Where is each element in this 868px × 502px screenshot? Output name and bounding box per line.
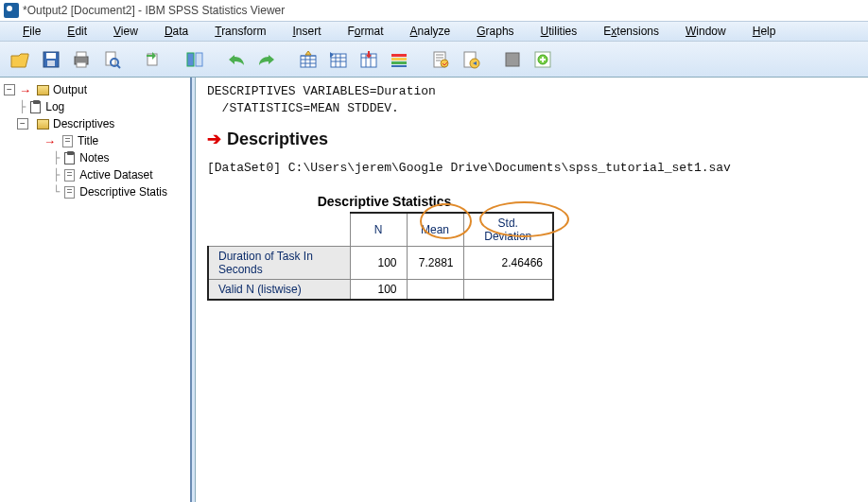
- cell-n: 100: [350, 247, 407, 280]
- col-n: N: [350, 213, 407, 247]
- collapse-icon[interactable]: −: [17, 118, 28, 130]
- print-button[interactable]: [68, 46, 95, 73]
- cell-n: 100: [350, 280, 407, 301]
- variables-button[interactable]: [356, 46, 382, 73]
- book-icon: [36, 83, 49, 96]
- tree-label: Notes: [79, 151, 109, 164]
- col-std: Std. Deviation: [463, 213, 553, 247]
- table-row[interactable]: Valid N (listwise) 100: [208, 280, 553, 301]
- connector-icon: └: [53, 185, 59, 199]
- tree-label: Active Dataset: [79, 168, 152, 182]
- book-icon: [36, 117, 49, 130]
- tree-label: Output: [53, 83, 87, 96]
- arrow-icon: →: [19, 83, 31, 97]
- svg-rect-16: [391, 58, 407, 61]
- tree-log[interactable]: ├ Log: [4, 98, 186, 115]
- print-preview-button[interactable]: [98, 46, 125, 73]
- cell-std: [463, 280, 553, 301]
- tree-title[interactable]: → Title: [4, 132, 186, 149]
- tree-descriptive-stats[interactable]: └ Descriptive Statis: [4, 183, 186, 200]
- toolbar: [0, 42, 868, 78]
- menu-analyze[interactable]: Analyze: [397, 23, 464, 40]
- connector-icon: ├: [53, 168, 59, 182]
- connector-icon: ├: [19, 100, 25, 113]
- redo-button[interactable]: [253, 46, 280, 73]
- table-icon: [62, 185, 76, 199]
- run-button[interactable]: [427, 46, 454, 73]
- notes-icon: [62, 151, 76, 164]
- menu-format[interactable]: Format: [335, 23, 397, 40]
- svg-rect-17: [391, 61, 407, 64]
- arrow-icon: ➔: [207, 129, 221, 149]
- run-selection-button[interactable]: [458, 46, 484, 73]
- select-button[interactable]: [386, 46, 412, 73]
- section-header[interactable]: ➔ Descriptives: [207, 129, 857, 149]
- collapse-icon[interactable]: −: [4, 84, 15, 95]
- menu-file[interactable]: File: [9, 23, 54, 40]
- dataset-path[interactable]: [DataSet0] C:\Users\jerem\Google Drive\D…: [207, 161, 857, 175]
- arrow-icon: →: [43, 134, 56, 148]
- svg-rect-15: [391, 54, 407, 57]
- tree-label: Descriptive Statis: [79, 185, 167, 199]
- menu-help[interactable]: Help: [739, 23, 790, 40]
- main-area: − → Output ├ Log − Descriptives →: [0, 78, 868, 502]
- stats-table-wrap: Descriptive Statistics N Mean Std. Devia…: [207, 194, 562, 301]
- section-title: Descriptives: [227, 130, 328, 149]
- svg-point-20: [441, 60, 448, 67]
- menu-bar: File Edit View Data Transform Insert For…: [0, 21, 868, 42]
- svg-rect-11: [196, 53, 202, 66]
- save-button[interactable]: [38, 46, 64, 73]
- tree-notes[interactable]: ├ Notes: [4, 149, 186, 166]
- menu-window[interactable]: Window: [672, 23, 739, 40]
- svg-rect-23: [506, 53, 519, 66]
- dialog-recall-button[interactable]: [182, 46, 208, 73]
- svg-rect-12: [301, 56, 316, 67]
- log-icon: [28, 100, 42, 113]
- descriptive-stats-table[interactable]: N Mean Std. Deviation Duration of Task I…: [207, 212, 554, 301]
- svg-rect-13: [331, 54, 346, 67]
- outline-tree[interactable]: − → Output ├ Log − Descriptives →: [0, 78, 190, 204]
- app-icon: [4, 3, 19, 18]
- tree-label: Title: [78, 134, 98, 147]
- tree-output[interactable]: − → Output: [4, 81, 186, 98]
- col-mean: Mean: [407, 213, 463, 247]
- menu-graphs[interactable]: Graphs: [463, 23, 527, 40]
- title-bar: *Output2 [Document2] - IBM SPSS Statisti…: [0, 0, 868, 21]
- window-title: *Output2 [Document2] - IBM SPSS Statisti…: [23, 4, 285, 17]
- svg-rect-2: [47, 61, 55, 66]
- designate-button[interactable]: [499, 46, 526, 73]
- tree-label: Log: [45, 100, 64, 113]
- svg-rect-4: [77, 52, 86, 57]
- menu-edit[interactable]: Edit: [54, 23, 100, 40]
- row-label: Duration of Task In Seconds: [208, 247, 350, 280]
- svg-rect-18: [391, 65, 407, 67]
- connector-icon: ├: [53, 151, 59, 164]
- dataset-icon: [62, 168, 76, 182]
- svg-rect-5: [77, 62, 86, 67]
- goto-data-button[interactable]: [295, 46, 321, 73]
- tree-label: Descriptives: [53, 117, 114, 130]
- undo-button[interactable]: [223, 46, 250, 73]
- tree-descriptives[interactable]: − Descriptives: [4, 115, 186, 132]
- table-row[interactable]: Duration of Task In Seconds 100 7.2881 2…: [208, 247, 553, 280]
- menu-data[interactable]: Data: [151, 23, 201, 40]
- output-pane[interactable]: DESCRIPTIVES VARIABLES=Duration /STATIST…: [196, 78, 868, 502]
- menu-view[interactable]: View: [100, 23, 151, 40]
- stats-title: Descriptive Statistics: [207, 194, 562, 209]
- menu-extensions[interactable]: Extensions: [590, 23, 672, 40]
- svg-rect-1: [46, 53, 56, 59]
- row-label: Valid N (listwise): [208, 280, 350, 301]
- export-button[interactable]: [140, 46, 166, 73]
- open-button[interactable]: [8, 46, 34, 73]
- cell-mean: [407, 280, 463, 301]
- syntax-block[interactable]: DESCRIPTIVES VARIABLES=Duration /STATIST…: [207, 83, 857, 117]
- tree-active-dataset[interactable]: ├ Active Dataset: [4, 166, 186, 183]
- menu-insert[interactable]: Insert: [279, 23, 334, 40]
- svg-rect-10: [187, 53, 194, 66]
- cell-mean: 7.2881: [407, 247, 463, 280]
- menu-utilities[interactable]: Utilities: [528, 23, 591, 40]
- goto-case-button[interactable]: [325, 46, 352, 73]
- outline-pane[interactable]: − → Output ├ Log − Descriptives →: [0, 78, 192, 502]
- menu-transform[interactable]: Transform: [201, 23, 279, 40]
- add-button[interactable]: [529, 46, 556, 73]
